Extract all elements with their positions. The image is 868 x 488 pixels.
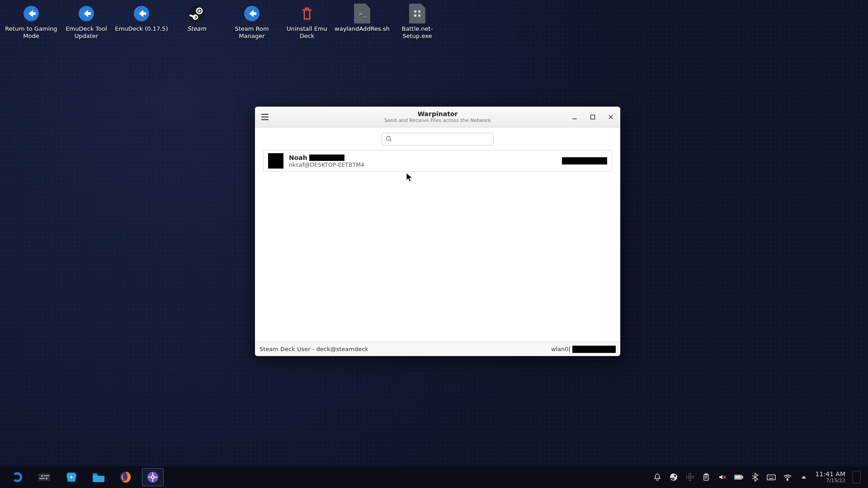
svg-rect-4 <box>414 10 416 13</box>
window-title: Warpinator <box>255 110 620 117</box>
steam-tray-icon[interactable] <box>669 473 678 482</box>
svg-point-9 <box>387 136 391 140</box>
desktop-icon-label: Steam Rom Manager <box>224 25 279 40</box>
desktop-icon-label: Return to Gaming Mode <box>4 25 59 40</box>
arrow-back-circle-icon <box>77 5 95 23</box>
svg-point-2 <box>198 10 201 12</box>
steam-icon <box>188 5 206 23</box>
battery-icon[interactable] <box>734 473 743 482</box>
keyboard-icon[interactable] <box>767 473 776 482</box>
desktop-icon-steam-rom-manager[interactable]: Steam Rom Manager <box>224 5 279 40</box>
desktop-icon-label: waylandAddRes.sh <box>335 25 390 33</box>
bluetooth-icon[interactable] <box>750 473 760 482</box>
desktop-icon-label: Battle.net-Setup.exe <box>390 25 445 40</box>
peer-right <box>562 157 607 164</box>
peer-list: Noah nkcaf@DESKTOP-EETBTM4 <box>255 150 620 342</box>
volume-muted-icon[interactable] <box>718 473 727 482</box>
exe-file-icon <box>408 5 426 23</box>
redacted-block <box>309 155 344 161</box>
svg-rect-6 <box>414 14 416 17</box>
taskbar: 11:41 AM 7/15/22 <box>0 466 868 488</box>
desktop-icon-uninstall-emudeck[interactable]: Uninstall Emu Deck <box>279 5 335 40</box>
taskbar-discover[interactable] <box>58 467 85 487</box>
arrow-back-circle-icon <box>132 5 151 23</box>
svg-rect-8 <box>591 115 595 119</box>
clock-date: 7/15/22 <box>816 478 845 483</box>
svg-rect-14 <box>39 478 45 479</box>
desktop-icon-label: Uninstall Emu Deck <box>279 25 335 40</box>
arrow-back-circle-icon <box>243 5 261 23</box>
peer-name: Noah <box>289 154 557 161</box>
status-sep: | <box>569 346 571 352</box>
svg-point-29 <box>787 479 788 480</box>
svg-point-20 <box>674 475 675 477</box>
desktop-icon-steam[interactable]: Steam <box>169 5 224 40</box>
clock-time: 11:41 AM <box>816 471 845 478</box>
taskbar-firefox[interactable] <box>112 467 139 487</box>
menu-button[interactable] <box>259 111 272 123</box>
desktop-icon-emudeck-tool-updater[interactable]: EmuDeck Tool Updater <box>59 5 114 40</box>
clock[interactable]: 11:41 AM 7/15/22 <box>816 471 845 483</box>
avatar <box>268 153 283 169</box>
search-input[interactable] <box>395 136 490 143</box>
status-identity: Steam Deck User - deck@steamdeck <box>259 346 368 352</box>
svg-point-11 <box>41 475 43 477</box>
desktop-icon-emudeck[interactable]: EmuDeck (0.17.5) <box>114 5 169 40</box>
desktop-icon-battlenet-setup-exe[interactable]: Battle.net-Setup.exe <box>390 5 445 40</box>
statusbar: Steam Deck User - deck@steamdeck wlan0 | <box>255 342 620 356</box>
taskbar-files[interactable] <box>85 467 112 487</box>
svg-rect-5 <box>418 10 420 13</box>
wifi-icon[interactable] <box>783 473 792 482</box>
svg-rect-7 <box>418 14 420 17</box>
title-center: Warpinator Send and Receive Files across… <box>255 110 620 123</box>
svg-rect-15 <box>93 473 97 475</box>
desktop-icon-label: EmuDeck (0.17.5) <box>115 25 168 33</box>
svg-point-17 <box>147 472 158 483</box>
search-input-wrapper[interactable] <box>382 133 494 145</box>
warpinator-window: Warpinator Send and Receive Files across… <box>255 107 620 356</box>
status-iface: wlan0 <box>551 346 569 352</box>
svg-rect-27 <box>735 476 741 478</box>
trash-icon <box>298 5 316 23</box>
arrow-back-circle-icon <box>22 5 40 23</box>
redacted-block <box>562 157 607 164</box>
close-button[interactable] <box>605 111 617 123</box>
minimize-button[interactable] <box>569 111 580 123</box>
desktop-icon-wayland-addres-sh[interactable]: >_ waylandAddRes.sh <box>335 5 390 40</box>
taskbar-start-menu[interactable] <box>4 467 31 487</box>
desktop-icon-return-gaming-mode[interactable]: Return to Gaming Mode <box>4 5 59 40</box>
svg-point-22 <box>689 476 691 479</box>
system-tray: 11:41 AM 7/15/22 <box>653 471 864 483</box>
desktop-icons: Return to Gaming Mode EmuDeck Tool Updat… <box>4 5 445 40</box>
terminal-file-icon: >_ <box>353 5 371 23</box>
peer-row[interactable]: Noah nkcaf@DESKTOP-EETBTM4 <box>263 150 612 172</box>
maximize-button[interactable] <box>587 111 599 123</box>
svg-rect-28 <box>767 475 775 480</box>
taskbar-warpinator[interactable] <box>139 467 166 487</box>
clipboard-icon[interactable] <box>702 473 711 482</box>
updates-icon[interactable] <box>685 473 694 482</box>
svg-rect-12 <box>44 475 49 476</box>
taskbar-settings[interactable] <box>31 467 58 487</box>
tray-expand-icon[interactable] <box>799 473 808 482</box>
notifications-icon[interactable] <box>653 473 662 482</box>
redacted-block <box>572 346 616 353</box>
show-desktop-button[interactable] <box>853 471 861 483</box>
titlebar[interactable]: Warpinator Send and Receive Files across… <box>255 107 620 127</box>
desktop-icon-label: EmuDeck Tool Updater <box>59 25 114 40</box>
peer-subtitle: nkcaf@DESKTOP-EETBTM4 <box>289 161 557 168</box>
svg-point-13 <box>46 478 47 479</box>
svg-rect-26 <box>742 476 743 478</box>
svg-rect-10 <box>38 474 50 481</box>
desktop-icon-label: Steam <box>187 25 206 33</box>
search-icon <box>386 135 392 144</box>
svg-point-18 <box>151 476 154 479</box>
window-subtitle: Send and Receive Files across the Networ… <box>255 117 620 123</box>
